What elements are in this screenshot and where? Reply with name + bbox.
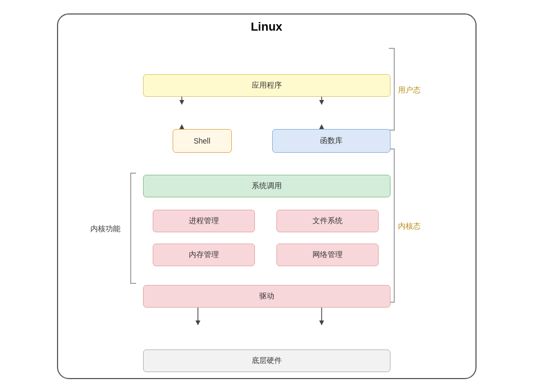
shell-box: Shell xyxy=(173,129,232,153)
process-box: 进程管理 xyxy=(153,210,255,232)
diagram-content: 应用程序 Shell 函数库 系统调用 进程管理 文件系统 xyxy=(73,40,460,378)
driver-box: 驱动 xyxy=(143,285,390,308)
memory-box: 内存管理 xyxy=(153,244,255,266)
diagram-wrapper: Linux 用户态 内核态 内核功能 xyxy=(19,11,514,382)
syscall-box: 系统调用 xyxy=(143,175,390,197)
filesystem-box: 文件系统 xyxy=(276,210,379,232)
hardware-box: 底层硬件 xyxy=(143,350,390,372)
main-container: Linux 用户态 内核态 内核功能 xyxy=(57,13,477,379)
lib-box: 函数库 xyxy=(272,129,390,153)
app-box: 应用程序 xyxy=(143,74,390,97)
diagram-title: Linux xyxy=(251,20,282,34)
network-box: 网络管理 xyxy=(276,244,379,266)
